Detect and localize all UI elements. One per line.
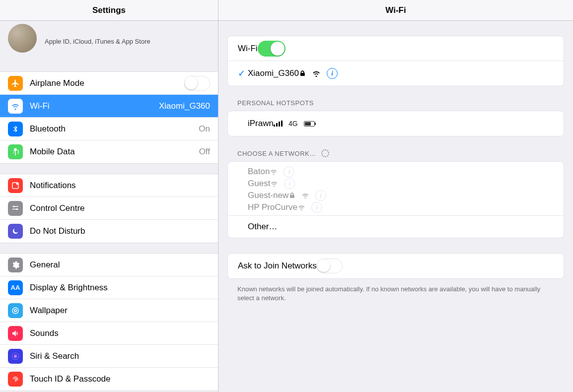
svg-point-9 (14, 355, 17, 358)
fingerprint-icon (8, 372, 23, 387)
svg-point-7 (14, 309, 17, 312)
network-row[interactable]: Batoni (228, 166, 564, 178)
wifi-toggle-section: Wi-Fi ✓ Xiaomi_G360 🔒︎ i (227, 36, 564, 86)
wifi-icon (8, 99, 23, 114)
svg-rect-12 (279, 122, 280, 127)
wifi-value: Xiaomi_G360 (159, 101, 210, 111)
wallpaper-row[interactable]: Wallpaper (0, 299, 218, 322)
airplane-mode-label: Airplane Mode (30, 78, 84, 88)
touchid-label: Touch ID & Passcode (30, 374, 111, 384)
ask-to-join-section: Ask to Join Networks (227, 253, 564, 279)
apple-id-subtitle: Apple ID, iCloud, iTunes & App Store (45, 32, 150, 45)
wifi-master-label: Wi-Fi (238, 44, 258, 54)
svg-rect-3 (12, 206, 18, 207)
info-icon[interactable]: i (315, 190, 326, 201)
wifi-signal-icon (270, 181, 278, 187)
airplane-mode-toggle[interactable] (184, 76, 210, 91)
network-row[interactable]: HP ProCurvei (228, 201, 564, 213)
info-icon[interactable]: i (327, 68, 338, 79)
svg-rect-5 (12, 208, 18, 209)
choose-network-section: BatoniGuestiGuest-new🔒︎iHP ProCurvei Oth… (227, 161, 564, 238)
svg-point-1 (16, 183, 19, 185)
bluetooth-icon (8, 122, 23, 136)
sounds-row[interactable]: Sounds (0, 322, 218, 345)
airplane-mode-row[interactable]: Airplane Mode (0, 72, 218, 95)
svg-rect-13 (281, 121, 283, 127)
touchid-row[interactable]: Touch ID & Passcode (0, 368, 218, 391)
antenna-icon (8, 144, 23, 159)
personal-hotspots-section: iPrawn 4G (227, 111, 564, 136)
settings-group-alerts: Notifications Control Centre Do Not Dist… (0, 174, 218, 243)
info-icon[interactable]: i (311, 202, 322, 213)
settings-title: Settings (0, 0, 218, 21)
control-centre-label: Control Centre (30, 203, 85, 213)
mobile-data-value: Off (199, 147, 210, 157)
wifi-toggle[interactable] (258, 41, 286, 57)
info-icon[interactable]: i (284, 178, 295, 189)
avatar (8, 24, 37, 53)
settings-sidebar: Settings Apple ID, iCloud, iTunes & App … (0, 0, 218, 392)
notifications-row[interactable]: Notifications (0, 174, 218, 197)
bluetooth-value: On (199, 124, 210, 134)
battery-icon (304, 121, 315, 127)
connected-network-name: Xiaomi_G360 (248, 68, 299, 78)
control-centre-row[interactable]: Control Centre (0, 197, 218, 220)
hotspot-name: iPrawn (248, 119, 274, 129)
network-name: Guest-new (248, 191, 288, 200)
mobile-data-label: Mobile Data (30, 147, 75, 157)
apple-id-row[interactable]: Apple ID, iCloud, iTunes & App Store (0, 24, 218, 62)
moon-icon (8, 224, 23, 239)
dnd-row[interactable]: Do Not Disturb (0, 220, 218, 243)
wallpaper-label: Wallpaper (30, 306, 68, 316)
network-row[interactable]: Guest-new🔒︎i (228, 190, 564, 201)
network-row[interactable]: Guesti (228, 178, 564, 190)
wifi-signal-icon (301, 193, 309, 198)
network-list: BatoniGuestiGuest-new🔒︎iHP ProCurvei (228, 162, 564, 216)
ask-to-join-row[interactable]: Ask to Join Networks (228, 254, 564, 278)
wifi-signal-icon (312, 70, 321, 77)
ask-to-join-toggle[interactable] (317, 259, 343, 273)
wifi-detail-pane: Wi-Fi Wi-Fi ✓ Xiaomi_G360 🔒︎ i (218, 0, 573, 392)
display-icon: AA (8, 280, 23, 295)
hotspot-row[interactable]: iPrawn 4G (228, 111, 564, 136)
bluetooth-row[interactable]: Bluetooth On (0, 118, 218, 140)
info-icon[interactable]: i (284, 166, 294, 177)
wifi-label: Wi-Fi (30, 101, 50, 111)
network-name: Baton (248, 167, 270, 177)
network-name: Guest (248, 179, 270, 189)
settings-group-connectivity: Airplane Mode Wi-Fi Xiaomi_G360 Bluetoot… (0, 71, 218, 164)
svg-rect-10 (274, 125, 275, 127)
choose-network-header: Choose a Network… (237, 149, 573, 157)
airplane-icon (8, 76, 23, 91)
settings-group-general: General AA Display & Brightness Wallpape… (0, 253, 218, 391)
ask-to-join-footer: Known networks will be joined automatica… (228, 285, 554, 303)
siri-icon (8, 349, 23, 364)
lock-icon: 🔒︎ (288, 192, 295, 199)
notifications-label: Notifications (30, 181, 76, 191)
cell-bars-icon (274, 121, 283, 127)
personal-hotspots-header: Personal Hotspots (237, 99, 573, 107)
wallpaper-icon (8, 303, 23, 318)
gear-icon (8, 258, 23, 272)
bluetooth-label: Bluetooth (30, 124, 66, 134)
wifi-toggle-row[interactable]: Wi-Fi (228, 36, 564, 61)
checkmark-icon: ✓ (238, 68, 248, 79)
lock-icon: 🔒︎ (299, 69, 306, 77)
dnd-label: Do Not Disturb (30, 226, 85, 236)
general-row[interactable]: General (0, 254, 218, 276)
siri-row[interactable]: Siri & Search (0, 345, 218, 368)
notifications-icon (8, 178, 23, 193)
display-row[interactable]: AA Display & Brightness (0, 276, 218, 299)
connected-network-row[interactable]: ✓ Xiaomi_G360 🔒︎ i (228, 61, 564, 86)
mobile-data-row[interactable]: Mobile Data Off (0, 140, 218, 163)
spinner-icon (321, 149, 329, 157)
control-centre-icon (8, 201, 23, 216)
sounds-label: Sounds (30, 328, 59, 338)
wifi-signal-icon (270, 169, 278, 175)
other-network-label: Other… (248, 222, 278, 232)
other-network-row[interactable]: Other… (228, 216, 564, 238)
detail-title: Wi-Fi (218, 0, 573, 21)
siri-label: Siri & Search (30, 351, 79, 361)
general-label: General (30, 260, 60, 270)
wifi-row[interactable]: Wi-Fi Xiaomi_G360 (0, 95, 218, 118)
